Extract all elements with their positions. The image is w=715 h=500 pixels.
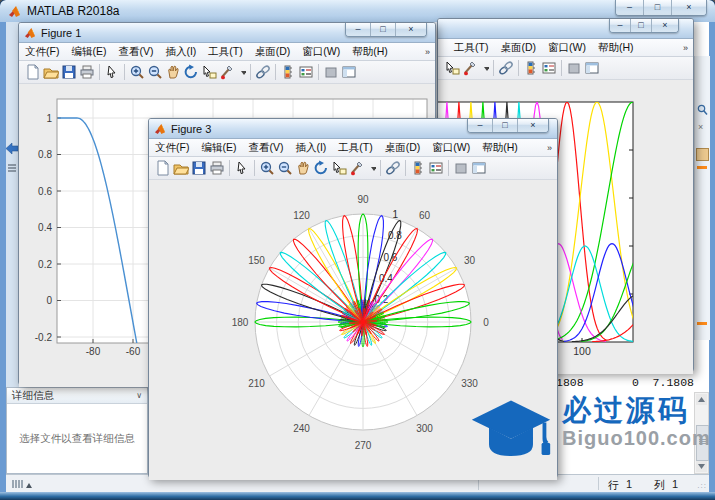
print-icon[interactable] xyxy=(209,160,225,176)
search-icon[interactable] xyxy=(697,104,708,116)
panel-handle-icon[interactable] xyxy=(8,164,16,166)
minimize-button[interactable]: – xyxy=(616,0,644,15)
menu-item[interactable]: 桌面(D) xyxy=(500,41,536,55)
menu-item[interactable]: 帮助(H) xyxy=(482,141,518,155)
caret-icon[interactable] xyxy=(237,64,246,80)
hide-plot-tools-icon[interactable] xyxy=(323,64,339,80)
close-icon[interactable]: × xyxy=(698,122,703,132)
maximize-button[interactable]: □ xyxy=(631,19,652,32)
show-plot-tools-icon[interactable] xyxy=(471,160,487,176)
menu-overflow-chevron[interactable]: » xyxy=(425,47,430,57)
insert-colorbar-icon[interactable] xyxy=(523,60,539,76)
rotate-3d-icon[interactable] xyxy=(313,160,329,176)
minimize-button[interactable]: – xyxy=(346,23,371,36)
close-button[interactable]: × xyxy=(652,19,678,32)
hide-plot-tools-icon[interactable] xyxy=(453,160,469,176)
brush-icon[interactable] xyxy=(462,60,478,76)
y-tick-label: 0.2 xyxy=(38,259,52,270)
link-plot-icon[interactable] xyxy=(385,160,401,176)
toolbar-separator xyxy=(448,160,449,176)
figure3-titlebar[interactable]: Figure 3 – □ × xyxy=(149,119,557,139)
link-plot-icon[interactable] xyxy=(498,60,514,76)
menu-item[interactable]: 窗口(W) xyxy=(432,141,470,155)
warning-marker[interactable] xyxy=(697,322,707,325)
maximize-button[interactable]: □ xyxy=(371,23,396,36)
open-folder-icon[interactable] xyxy=(173,160,189,176)
save-icon[interactable] xyxy=(191,160,207,176)
insert-colorbar-icon[interactable] xyxy=(410,160,426,176)
menu-item[interactable]: 桌面(D) xyxy=(255,45,291,59)
menu-item[interactable]: 编辑(E) xyxy=(201,141,236,155)
menu-item[interactable]: 文件(F) xyxy=(155,141,189,155)
new-document-icon[interactable] xyxy=(155,160,171,176)
rotate-3d-icon[interactable] xyxy=(183,64,199,80)
link-plot-icon[interactable] xyxy=(255,64,271,80)
figure2-titlebar[interactable]: – □ × xyxy=(438,19,693,39)
menu-item[interactable]: 查看(V) xyxy=(248,141,283,155)
zoom-in-icon[interactable] xyxy=(259,160,275,176)
brush-icon[interactable] xyxy=(219,64,235,80)
menu-item[interactable]: 桌面(D) xyxy=(385,141,421,155)
graduation-cap-icon xyxy=(468,396,554,474)
chevron-down-icon[interactable]: ∨ xyxy=(136,391,142,400)
maximize-button[interactable]: □ xyxy=(644,0,672,15)
insert-legend-icon[interactable] xyxy=(541,60,557,76)
caret-icon[interactable] xyxy=(367,160,376,176)
close-button[interactable]: × xyxy=(396,23,426,36)
maximize-button[interactable]: □ xyxy=(493,119,518,132)
menu-item[interactable]: 窗口(W) xyxy=(548,41,586,55)
menu-item[interactable]: 帮助(H) xyxy=(352,45,388,59)
resize-grip[interactable]: .:: xyxy=(697,481,707,490)
figure3-window-controls: – □ × xyxy=(467,119,549,133)
minimize-button[interactable]: – xyxy=(468,119,493,132)
menu-item[interactable]: 插入(I) xyxy=(165,45,196,59)
y-tick-label: 0.6 xyxy=(38,186,52,197)
open-folder-icon[interactable] xyxy=(43,64,59,80)
zoom-out-icon[interactable] xyxy=(277,160,293,176)
show-plot-tools-icon[interactable] xyxy=(584,60,600,76)
warning-marker[interactable] xyxy=(697,166,707,169)
menu-item[interactable]: 工具(T) xyxy=(338,141,372,155)
menu-item[interactable]: 文件(F) xyxy=(25,45,59,59)
insert-legend-icon[interactable] xyxy=(298,64,314,80)
new-document-icon[interactable] xyxy=(25,64,41,80)
polar-angle-label: 270 xyxy=(355,440,372,451)
figure1-titlebar[interactable]: Figure 1 – □ × xyxy=(19,23,435,43)
zoom-in-icon[interactable] xyxy=(129,64,145,80)
y-tick-label: 0.4 xyxy=(38,222,52,233)
pan-hand-icon[interactable] xyxy=(165,64,181,80)
data-cursor-icon[interactable] xyxy=(201,64,217,80)
show-plot-tools-icon[interactable] xyxy=(341,64,357,80)
edit-plot-cursor-icon[interactable] xyxy=(104,64,120,80)
menu-item[interactable]: 编辑(E) xyxy=(71,45,106,59)
save-icon[interactable] xyxy=(61,64,77,80)
details-panel-header[interactable]: 详细信息 ∨ xyxy=(7,388,147,404)
menu-item[interactable]: 工具(T) xyxy=(208,45,242,59)
main-window-title: MATLAB R2018a xyxy=(27,4,120,18)
menu-item[interactable]: 工具(T) xyxy=(454,41,488,55)
message-status-box[interactable] xyxy=(696,148,709,161)
caret-icon[interactable] xyxy=(480,60,489,76)
close-button[interactable]: × xyxy=(672,0,706,15)
menu-overflow-chevron[interactable]: » xyxy=(683,43,688,53)
hide-plot-tools-icon[interactable] xyxy=(566,60,582,76)
menu-item[interactable]: 插入(I) xyxy=(295,141,326,155)
menu-item[interactable]: 帮助(H) xyxy=(598,41,634,55)
edit-plot-cursor-icon[interactable] xyxy=(234,160,250,176)
menu-item[interactable]: 查看(V) xyxy=(118,45,153,59)
zoom-out-icon[interactable] xyxy=(147,64,163,80)
minimize-button[interactable]: – xyxy=(610,19,631,32)
brush-icon[interactable] xyxy=(349,160,365,176)
status-activity-icon[interactable] xyxy=(12,480,32,488)
data-cursor-icon[interactable] xyxy=(331,160,347,176)
insert-legend-icon[interactable] xyxy=(428,160,444,176)
close-button[interactable]: × xyxy=(518,119,548,132)
status-col-value: 1 xyxy=(672,478,678,490)
data-cursor-icon[interactable] xyxy=(444,60,460,76)
pan-hand-icon[interactable] xyxy=(295,160,311,176)
insert-colorbar-icon[interactable] xyxy=(280,64,296,80)
menu-item[interactable]: 窗口(W) xyxy=(302,45,340,59)
print-icon[interactable] xyxy=(79,64,95,80)
menu-overflow-chevron[interactable]: » xyxy=(547,143,552,153)
polar-angle-label: 180 xyxy=(232,317,249,328)
